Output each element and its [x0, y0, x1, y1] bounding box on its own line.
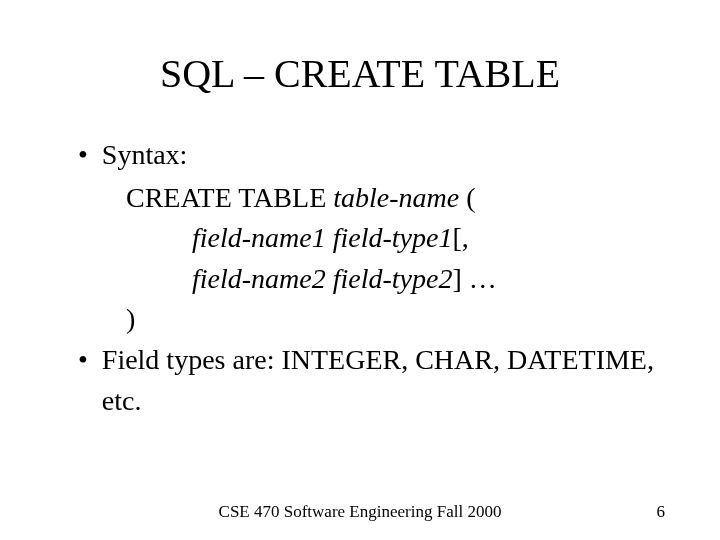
field-types-text: Field types are: INTEGER, CHAR, DATETIME… — [102, 340, 660, 421]
open-paren: ( — [459, 182, 475, 213]
slide-footer: CSE 470 Software Engineering Fall 2000 — [0, 502, 720, 522]
bullet-marker: • — [78, 135, 88, 174]
table-name-placeholder: table-name — [333, 182, 459, 213]
syntax-field-line-1: field-name1 field-type1[, — [192, 218, 660, 259]
create-table-keyword: CREATE TABLE — [126, 182, 333, 213]
bullet-syntax: • Syntax: — [60, 135, 660, 176]
field2-placeholder: field-name2 field-type2 — [192, 263, 452, 294]
syntax-field-line-2: field-name2 field-type2] … — [192, 259, 660, 300]
field1-tail: [, — [452, 222, 468, 253]
syntax-line-create: CREATE TABLE table-name ( — [126, 178, 660, 219]
slide-title: SQL – CREATE TABLE — [60, 50, 660, 97]
bullet-syntax-label: Syntax: — [102, 135, 188, 176]
field1-placeholder: field-name1 field-type1 — [192, 222, 452, 253]
bullet-field-types: • Field types are: INTEGER, CHAR, DATETI… — [60, 340, 660, 421]
syntax-close-paren: ) — [126, 299, 660, 340]
bullet-marker: • — [78, 340, 88, 379]
slide-body: • Syntax: CREATE TABLE table-name ( fiel… — [60, 135, 660, 421]
field2-tail: ] … — [452, 263, 496, 294]
page-number: 6 — [657, 502, 666, 522]
